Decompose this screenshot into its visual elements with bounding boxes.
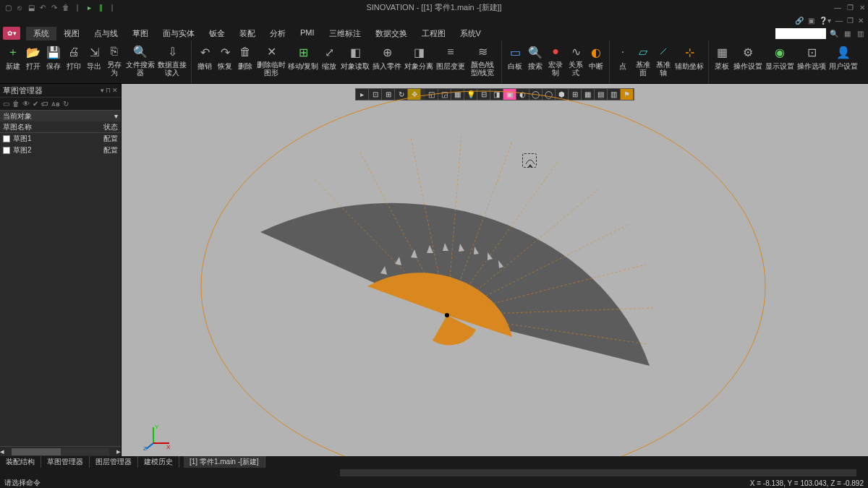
menu-数据交换[interactable]: 数据交换 bbox=[368, 27, 414, 40]
ribbon-另存为[interactable]: ⎘另存为 bbox=[104, 42, 124, 77]
scroll-left-icon[interactable]: ◂ bbox=[0, 447, 4, 456]
ribbon-对象读取[interactable]: ◧对象读取 bbox=[339, 42, 371, 77]
menu-面与实体[interactable]: 面与实体 bbox=[156, 27, 202, 40]
ribbon-移动/复制[interactable]: ⊞移动/复制 bbox=[287, 42, 319, 77]
axis-triad[interactable]: Y X Z bbox=[143, 421, 172, 450]
sb-eye-icon[interactable]: 👁 bbox=[22, 100, 30, 108]
ribbon-打开[interactable]: 📂打开 bbox=[23, 42, 43, 77]
pin-icon[interactable]: ▾ bbox=[101, 87, 104, 94]
sb-check-icon[interactable]: ✔ bbox=[33, 100, 38, 108]
sb-new-icon[interactable]: ▭ bbox=[3, 100, 9, 108]
ribbon-插入零件[interactable]: ⊕插入零件 bbox=[371, 42, 403, 77]
qat-pause-icon[interactable]: ‖ bbox=[95, 2, 106, 12]
sb-tag-icon[interactable]: 🏷 bbox=[41, 100, 48, 108]
menu-PMI[interactable]: PMI bbox=[293, 27, 322, 40]
viewport-3d[interactable]: ▸ ⊡ ⊞ ↻ ✥ ◱ ◲ ▦ 💡 ⊟ ◨ ▣ ◐ ◯ ◯ ⬢ ⊞ ▦ ▤ ▥ … bbox=[122, 84, 868, 456]
ribbon: ＋新建📂打开💾保存🖨打印⇲导出⎘另存为🔍文件搜索器⇩数据直接读入 ↶撤销↷恢复🗑… bbox=[0, 40, 868, 84]
ribbon-辅助坐标[interactable]: ⊹辅助坐标 bbox=[673, 42, 705, 77]
ribbon-文件搜索器[interactable]: 🔍文件搜索器 bbox=[124, 42, 156, 77]
ribbon-菜板[interactable]: ▦菜板 bbox=[712, 42, 732, 77]
ribbon-显示设置[interactable]: ◉显示设置 bbox=[764, 42, 796, 77]
ribbon-颜色/线型/线宽[interactable]: ≋颜色/线型/线宽 bbox=[467, 42, 498, 77]
qat-new-icon[interactable]: ▢ bbox=[3, 2, 13, 12]
menu-三维标注[interactable]: 三维标注 bbox=[322, 27, 368, 40]
ribbon-打印[interactable]: 🖨打印 bbox=[64, 42, 84, 77]
help-icon[interactable]: ❔▾ bbox=[819, 17, 831, 25]
ribbon-数据直接读入[interactable]: ⇩数据直接读入 bbox=[156, 42, 188, 77]
ribbon-保存[interactable]: 💾保存 bbox=[43, 42, 64, 77]
minimize-icon[interactable]: — bbox=[834, 4, 841, 12]
inner-close-icon[interactable]: ✕ bbox=[858, 17, 864, 25]
bottom-tab-草图管理器[interactable]: 草图管理器 bbox=[41, 456, 90, 468]
qat-save-icon[interactable]: ⬓ bbox=[26, 2, 36, 12]
bottom-tab-建模历史[interactable]: 建模历史 bbox=[138, 456, 179, 468]
ribbon-新建[interactable]: ＋新建 bbox=[3, 42, 23, 77]
ribbon-白板[interactable]: ▭白板 bbox=[505, 42, 525, 77]
menu-系统[interactable]: 系统 bbox=[26, 27, 56, 40]
ribbon-图层变更[interactable]: ≡图层变更 bbox=[435, 42, 467, 77]
dropdown-icon[interactable]: ▾ bbox=[114, 112, 118, 120]
ribbon-用户设置[interactable]: 👤用户设置 bbox=[827, 42, 859, 77]
menu-草图[interactable]: 草图 bbox=[125, 27, 156, 40]
qat-sep2: | bbox=[107, 2, 117, 12]
link-icon[interactable]: 🔗 bbox=[795, 17, 804, 25]
menu-视图[interactable]: 视图 bbox=[56, 27, 87, 40]
ribbon-关系式[interactable]: ∿关系式 bbox=[566, 42, 586, 77]
inner-min-icon[interactable]: — bbox=[835, 17, 843, 25]
menu-装配[interactable]: 装配 bbox=[232, 27, 263, 40]
qat-open-icon[interactable]: ⎋ bbox=[14, 2, 25, 12]
window-icon[interactable]: ▣ bbox=[808, 17, 814, 25]
qat-play-icon[interactable]: ▸ bbox=[84, 2, 94, 12]
sidebar-header: 草图管理器 ▾ ⊓ ✕ bbox=[0, 84, 121, 97]
ribbon-缩放[interactable]: ⤢缩放 bbox=[319, 42, 339, 77]
ribbon-操作设置[interactable]: ⚙操作设置 bbox=[732, 42, 764, 77]
checkbox[interactable] bbox=[3, 147, 10, 154]
inner-max-icon[interactable]: ❐ bbox=[847, 17, 854, 25]
ribbon-操作选项[interactable]: ⊡操作选项 bbox=[796, 42, 827, 77]
quick-access-toolbar: ▢ ⎋ ⬓ ↶ ↷ 🗑 | ▸ ‖ | bbox=[3, 2, 117, 12]
document-tab[interactable]: [1] 零件1.main -[新建] bbox=[184, 456, 265, 468]
fan-pivot-point[interactable] bbox=[445, 313, 449, 317]
sketch-row-草图1[interactable]: 草图1配置 bbox=[0, 133, 121, 145]
sidebar-scrollbar[interactable]: ◂ ▸ bbox=[0, 446, 121, 456]
ribbon-对象分离[interactable]: ◨对象分离 bbox=[403, 42, 435, 77]
ribbon-删除[interactable]: 🗑删除 bbox=[235, 42, 255, 77]
bottom-tab-装配结构[interactable]: 装配结构 bbox=[0, 456, 41, 468]
pin2-icon[interactable]: ⊓ bbox=[106, 87, 111, 94]
layout-icon[interactable]: ▥ bbox=[855, 28, 865, 38]
ribbon-删除临时图形[interactable]: ✕删除临时图形 bbox=[255, 42, 287, 77]
qat-delete-icon[interactable]: 🗑 bbox=[61, 2, 71, 12]
menu-系统V[interactable]: 系统V bbox=[453, 27, 488, 40]
sidebar-close-icon[interactable]: ✕ bbox=[112, 87, 118, 94]
scroll-thumb[interactable] bbox=[12, 448, 61, 455]
ribbon-搜索[interactable]: 🔍搜索 bbox=[525, 42, 545, 77]
menu-分析[interactable]: 分析 bbox=[263, 27, 293, 40]
menu-钣金[interactable]: 钣金 bbox=[202, 27, 232, 40]
sb-del-icon[interactable]: 🗑 bbox=[12, 100, 20, 108]
sb-refresh-icon[interactable]: ↻ bbox=[63, 100, 69, 108]
menu-点与线[interactable]: 点与线 bbox=[87, 27, 125, 40]
ribbon-恢复[interactable]: ↷恢复 bbox=[215, 42, 235, 77]
ribbon-宏录制[interactable]: ●宏录制 bbox=[545, 42, 566, 77]
menubar-search-input[interactable] bbox=[775, 28, 826, 39]
app-logo-icon[interactable]: ✿▾ bbox=[3, 27, 20, 40]
qat-redo-icon[interactable]: ↷ bbox=[49, 2, 59, 12]
ribbon-基准轴[interactable]: ⟋基准轴 bbox=[653, 42, 673, 77]
ribbon-中断[interactable]: ◐中断 bbox=[586, 42, 606, 77]
command-bar bbox=[0, 468, 868, 478]
scroll-right-icon[interactable]: ▸ bbox=[116, 447, 121, 456]
search-icon[interactable]: 🔍 bbox=[829, 28, 839, 38]
menu-工程图[interactable]: 工程图 bbox=[414, 27, 453, 40]
ribbon-导出[interactable]: ⇲导出 bbox=[84, 42, 104, 77]
sketch-row-草图2[interactable]: 草图2配置 bbox=[0, 145, 121, 156]
maximize-icon[interactable]: ❐ bbox=[847, 4, 854, 12]
grid-icon[interactable]: ▦ bbox=[842, 28, 852, 38]
qat-undo-icon[interactable]: ↶ bbox=[38, 2, 48, 12]
checkbox[interactable] bbox=[3, 135, 10, 142]
ribbon-基准面[interactable]: ▱基准面 bbox=[633, 42, 653, 77]
ribbon-撤销[interactable]: ↶撤销 bbox=[195, 42, 215, 77]
ribbon-点[interactable]: ·点 bbox=[613, 42, 633, 77]
sb-ab-icon[interactable]: ᴀʙ bbox=[51, 100, 60, 108]
close-icon[interactable]: ✕ bbox=[859, 4, 865, 12]
bottom-tab-图层管理器[interactable]: 图层管理器 bbox=[90, 456, 138, 468]
